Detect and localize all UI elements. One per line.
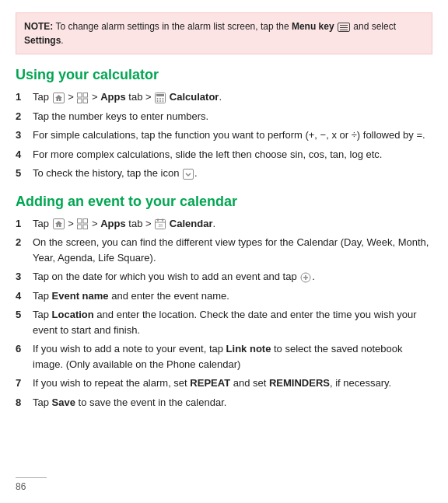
calendar-step-8: 8 Tap Save to save the event in the cale…	[16, 395, 432, 410]
step-num: 1	[16, 216, 28, 232]
step-num: 2	[16, 109, 28, 124]
step-num: 2	[16, 235, 28, 250]
calculator-step-4: 4 For more complex calculations, slide t…	[16, 147, 432, 162]
calendar-label: Calendar	[170, 218, 213, 229]
svg-point-10	[157, 100, 159, 102]
menu-key-label: Menu key	[292, 21, 334, 32]
calculator-steps-list: 1 Tap > > Apps tab >	[16, 89, 432, 181]
calendar-step-1: 1 Tap > > Apps tab >	[16, 216, 432, 232]
svg-rect-1	[78, 93, 82, 97]
calculator-section-title: Using your calculator	[16, 67, 432, 83]
calendar-icon: 28	[155, 218, 166, 229]
calculator-step-2: 2 Tap the number keys to enter numbers.	[16, 109, 432, 124]
menu-key-icon	[338, 23, 350, 32]
svg-rect-2	[83, 93, 88, 97]
step-content: Tap on the date for which you wish to ad…	[33, 269, 432, 285]
step-num: 7	[16, 376, 28, 391]
calendar-step-2: 2 On the screen, you can find the differ…	[16, 235, 432, 265]
calendar-section-title: Adding an event to your calendar	[16, 194, 432, 210]
home-icon	[53, 93, 65, 103]
calculator-step-5: 5 To check the history, tap the icon .	[16, 166, 432, 181]
note-label: NOTE:	[24, 21, 53, 32]
calculator-step-1: 1 Tap > > Apps tab >	[16, 89, 432, 105]
note-settings-label: Settings	[24, 35, 61, 46]
calendar-step-3: 3 Tap on the date for which you wish to …	[16, 269, 432, 285]
step-content: For more complex calculations, slide the…	[33, 147, 432, 162]
step-num: 6	[16, 341, 28, 357]
page-number: 86	[16, 481, 26, 492]
step-num: 1	[16, 89, 28, 105]
step-content: Tap Location and enter the location. Che…	[33, 307, 432, 337]
note-text: To change alarm settings in the alarm li…	[53, 21, 292, 32]
svg-text:28: 28	[159, 223, 163, 228]
step-num: 5	[16, 307, 28, 323]
svg-point-8	[159, 98, 161, 100]
svg-rect-4	[83, 99, 88, 103]
step-content: If you wish to add a note to your event,…	[33, 341, 432, 372]
calculator-label: Calculator	[170, 91, 219, 103]
svg-rect-13	[183, 169, 193, 179]
link-note-label: Link note	[226, 343, 271, 355]
event-name-label: Event name	[52, 290, 109, 302]
step-content: Tap > > Apps tab >	[33, 216, 432, 232]
step-num: 8	[16, 395, 28, 410]
reminders-label: REMINDERS	[269, 377, 330, 389]
step-num: 4	[16, 147, 28, 162]
calendar-steps-list: 1 Tap > > Apps tab >	[16, 216, 432, 410]
step-content: Tap Event name and enter the event name.	[33, 288, 432, 304]
svg-point-12	[163, 100, 164, 102]
svg-rect-18	[83, 225, 88, 229]
calculator-icon	[155, 93, 166, 103]
repeat-label: REPEAT	[190, 377, 230, 389]
calendar-step-6: 6 If you wish to add a note to your even…	[16, 341, 432, 372]
step-content: On the screen, you can find the differen…	[33, 235, 432, 265]
calculator-step-3: 3 For simple calculations, tap the funct…	[16, 127, 432, 143]
step-content: To check the history, tap the icon .	[33, 166, 432, 181]
step-content: Tap the number keys to enter numbers.	[33, 109, 432, 124]
calendar-step-5: 5 Tap Location and enter the location. C…	[16, 307, 432, 337]
step-num: 4	[16, 288, 28, 304]
save-label: Save	[52, 396, 75, 408]
step-content: For simple calculations, tap the functio…	[33, 127, 432, 143]
home-icon	[53, 218, 65, 229]
plus-circle-icon	[300, 272, 311, 283]
grid-icon	[77, 218, 88, 229]
note-middle-text: and select	[353, 21, 396, 32]
step-content: Tap > > Apps tab >	[33, 89, 432, 105]
svg-rect-17	[78, 225, 82, 229]
svg-rect-6	[156, 94, 164, 96]
svg-point-11	[159, 100, 161, 102]
svg-point-9	[163, 98, 164, 100]
step-content: Tap Save to save the event in the calend…	[33, 395, 432, 410]
page-footer: 86	[16, 477, 47, 492]
grid-icon	[77, 93, 88, 103]
apps-tab-label: Apps	[100, 91, 126, 103]
apps-tab-label-cal: Apps	[100, 218, 126, 229]
svg-rect-15	[78, 219, 82, 224]
svg-rect-16	[83, 219, 88, 224]
svg-rect-3	[78, 99, 82, 103]
step-num: 5	[16, 166, 28, 181]
svg-point-7	[157, 98, 159, 100]
step-content: If you wish to repeat the alarm, set REP…	[33, 376, 432, 391]
step-num: 3	[16, 127, 28, 143]
calendar-step-4: 4 Tap Event name and enter the event nam…	[16, 288, 432, 304]
step-num: 3	[16, 269, 28, 285]
note-suffix: .	[61, 35, 63, 46]
calendar-step-7: 7 If you wish to repeat the alarm, set R…	[16, 376, 432, 391]
dropdown-icon	[183, 169, 194, 180]
note-box: NOTE: To change alarm settings in the al…	[16, 12, 432, 54]
location-label: Location	[52, 309, 94, 320]
